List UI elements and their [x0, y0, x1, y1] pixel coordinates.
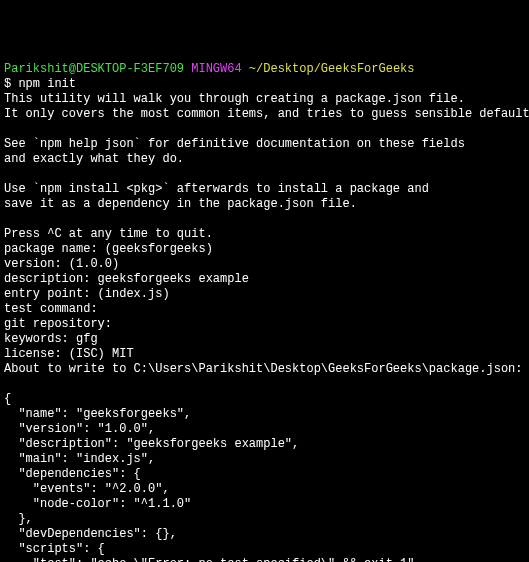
output-line: Use `npm install <pkg>` afterwards to in… — [4, 182, 429, 196]
output-line: Press ^C at any time to quit. — [4, 227, 213, 241]
json-line: "test": "echo \"Error: no test specified… — [4, 557, 414, 562]
prompt-license: license: (ISC) MIT — [4, 347, 134, 361]
output-line: It only covers the most common items, an… — [4, 107, 529, 121]
json-line: "version": "1.0.0", — [4, 422, 155, 436]
prompt-host: MINGW64 — [191, 62, 241, 76]
json-line: }, — [4, 512, 33, 526]
json-line: "node-color": "^1.1.0" — [4, 497, 191, 511]
output-line: save it as a dependency in the package.j… — [4, 197, 357, 211]
json-line: "main": "index.js", — [4, 452, 155, 466]
json-line: "dependencies": { — [4, 467, 141, 481]
output-line: This utility will walk you through creat… — [4, 92, 465, 106]
prompt-version: version: (1.0.0) — [4, 257, 119, 271]
prompt-test-command: test command: — [4, 302, 98, 316]
prompt-path: ~/Desktop/GeeksForGeeks — [249, 62, 415, 76]
prompt-description: description: geeksforgeeks example — [4, 272, 249, 286]
prompt-line-1: Parikshit@DESKTOP-F3EF709 MINGW64 ~/Desk… — [4, 62, 415, 76]
prompt-git-repository: git repository: — [4, 317, 112, 331]
about-to-write: About to write to C:\Users\Parikshit\Des… — [4, 362, 522, 376]
prompt-entry-point: entry point: (index.js) — [4, 287, 170, 301]
command-npm-init: $ npm init — [4, 77, 76, 91]
prompt-keywords: keywords: gfg — [4, 332, 98, 346]
prompt-package-name: package name: (geeksforgeeks) — [4, 242, 213, 256]
output-line: and exactly what they do. — [4, 152, 184, 166]
terminal-output[interactable]: Parikshit@DESKTOP-F3EF709 MINGW64 ~/Desk… — [4, 62, 525, 562]
json-line: "scripts": { — [4, 542, 105, 556]
prompt-user: Parikshit@DESKTOP-F3EF709 — [4, 62, 184, 76]
output-line: See `npm help json` for definitive docum… — [4, 137, 465, 151]
json-line: { — [4, 392, 11, 406]
json-line: "events": "^2.0.0", — [4, 482, 170, 496]
json-line: "description": "geeksforgeeks example", — [4, 437, 299, 451]
json-line: "name": "geeksforgeeks", — [4, 407, 191, 421]
json-line: "devDependencies": {}, — [4, 527, 177, 541]
